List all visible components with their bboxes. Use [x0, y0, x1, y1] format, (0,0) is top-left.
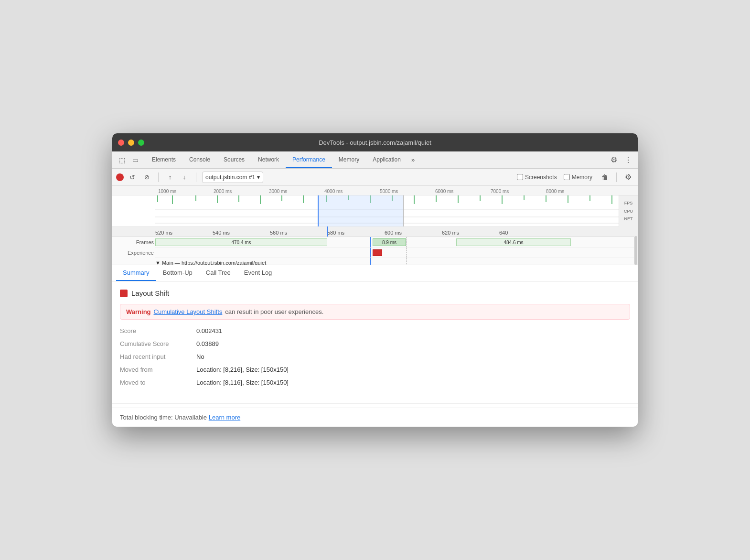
bottom-tab-bar: Summary Bottom-Up Call Tree Event Log: [112, 265, 638, 281]
net-label: NET: [624, 216, 633, 221]
more-tabs[interactable]: »: [407, 151, 418, 168]
dt-tick-520: 520 ms: [155, 230, 172, 236]
score-row: Score 0.002431: [120, 327, 630, 334]
tab-console[interactable]: Console: [182, 151, 217, 168]
score-value: 0.002431: [196, 327, 222, 334]
ruler-tick-3000: 3000 ms: [269, 189, 287, 194]
experience-label: Experience: [115, 250, 154, 256]
tab-network[interactable]: Network: [251, 151, 286, 168]
url-text: output.jsbin.com #1: [205, 174, 255, 181]
score-label: Score: [120, 327, 196, 334]
traffic-lights: [118, 140, 144, 146]
memory-checkbox[interactable]: [564, 174, 570, 180]
ruler-tick-4000: 4000 ms: [324, 189, 343, 194]
cancel-button[interactable]: ⊘: [141, 172, 152, 183]
tab-performance[interactable]: Performance: [286, 151, 332, 168]
timeline-area: 1000 ms 2000 ms 3000 ms 4000 ms 5000 ms …: [112, 186, 638, 265]
tab-call-tree[interactable]: Call Tree: [199, 265, 237, 281]
detail-ruler: 520 ms 540 ms 560 ms 580 ms 600 ms 620 m…: [112, 226, 638, 237]
devtools-window: DevTools - output.jsbin.com/zajamil/quie…: [112, 133, 638, 427]
tab-event-log[interactable]: Event Log: [237, 265, 279, 281]
upload-button[interactable]: ↑: [164, 172, 176, 183]
frames-bar-2: 8.9 ms: [373, 238, 406, 246]
moved-to-label: Moved to: [120, 379, 196, 386]
dropdown-arrow: ▾: [257, 174, 260, 181]
ruler-tick-6000: 6000 ms: [435, 189, 453, 194]
fps-label: FPS: [624, 201, 633, 205]
cumulative-score-value: 0.03889: [196, 340, 219, 347]
screenshots-checkbox[interactable]: [517, 174, 523, 180]
tab-sources[interactable]: Sources: [217, 151, 251, 168]
recent-input-value: No: [196, 353, 204, 360]
perf-settings-icon[interactable]: ⚙: [622, 172, 634, 183]
dt-tick-560: 560 ms: [270, 230, 287, 236]
frames-bar-3: 484.6 ms: [456, 238, 571, 246]
ruler-tick-8000: 8000 ms: [546, 189, 564, 194]
tab-application[interactable]: Application: [366, 151, 407, 168]
dt-tick-600: 600 ms: [385, 230, 402, 236]
mini-timeline[interactable]: FPS CPU NET: [112, 195, 638, 226]
record-button[interactable]: [116, 173, 124, 181]
learn-more-link[interactable]: Learn more: [209, 414, 240, 421]
reload-button[interactable]: ↺: [127, 172, 138, 183]
moved-from-value: Location: [8,216], Size: [150x150]: [196, 366, 289, 373]
dt-tick-640: 640: [499, 230, 508, 236]
detail-timeline: 520 ms 540 ms 560 ms 580 ms 600 ms 620 m…: [112, 226, 638, 265]
window-title: DevTools - output.jsbin.com/zajamil/quie…: [319, 139, 431, 146]
cls-link[interactable]: Cumulative Layout Shifts: [154, 308, 223, 315]
experience-marker: [373, 249, 382, 256]
device-icon[interactable]: ▭: [129, 154, 141, 166]
tab-bar: ⬚ ▭ Elements Console Sources Network Per…: [112, 151, 638, 169]
ruler-tick-2000: 2000 ms: [214, 189, 232, 194]
cumulative-score-label: Cumulative Score: [120, 340, 196, 347]
screenshots-checkbox-label[interactable]: Screenshots: [517, 174, 557, 181]
warning-label: Warning: [126, 308, 151, 315]
title-bar: DevTools - output.jsbin.com/zajamil/quie…: [112, 133, 638, 151]
scrollbar-thumb[interactable]: [634, 236, 637, 265]
minimize-button[interactable]: [128, 140, 134, 146]
recent-input-label: Had recent input: [120, 353, 196, 360]
summary-panel: Layout Shift Warning Cumulative Layout S…: [112, 281, 638, 399]
ruler-tick-5000: 5000 ms: [380, 189, 398, 194]
frames-label: Frames: [115, 239, 154, 245]
tab-elements[interactable]: Elements: [145, 151, 182, 168]
dt-tick-580: 580 ms: [327, 230, 344, 236]
timeline-ruler: 1000 ms 2000 ms 3000 ms 4000 ms 5000 ms …: [112, 186, 638, 195]
cpu-label: CPU: [624, 209, 633, 214]
total-blocking-text: Total blocking time: Unavailable: [120, 414, 207, 421]
memory-checkbox-label[interactable]: Memory: [564, 174, 592, 181]
recent-input-row: Had recent input No: [120, 353, 630, 360]
more-options-icon[interactable]: ⋮: [622, 154, 634, 166]
layout-shift-title: Layout Shift: [120, 289, 630, 297]
frames-row: Frames 470.4 ms 8.9 ms 484.6 ms: [155, 237, 638, 248]
tab-memory[interactable]: Memory: [332, 151, 366, 168]
inspect-icon[interactable]: ⬚: [116, 154, 128, 166]
maximize-button[interactable]: [138, 140, 144, 146]
dt-tick-540: 540 ms: [213, 230, 230, 236]
bottom-panel: Summary Bottom-Up Call Tree Event Log La…: [112, 265, 638, 427]
record-bar: ↺ ⊘ ↑ ↓ output.jsbin.com #1 ▾ Screenshot…: [112, 169, 638, 186]
frames-bar-1: 470.4 ms: [155, 238, 327, 246]
settings-icon[interactable]: ⚙: [608, 154, 620, 166]
ruler-tick-7000: 7000 ms: [491, 189, 509, 194]
experience-row: Experience: [155, 248, 638, 258]
warning-banner: Warning Cumulative Layout Shifts can res…: [120, 304, 630, 320]
warning-message: can result in poor user experiences.: [225, 308, 323, 315]
moved-from-row: Moved from Location: [8,216], Size: [150…: [120, 366, 630, 373]
ruler-tick-1000: 1000 ms: [158, 189, 176, 194]
close-button[interactable]: [118, 140, 124, 146]
main-url: ▼ Main — https://output.jsbin.com/zajami…: [155, 260, 266, 265]
moved-from-label: Moved from: [120, 366, 196, 373]
moved-to-row: Moved to Location: [8,116], Size: [150x1…: [120, 379, 630, 386]
layout-shift-icon: [120, 290, 128, 297]
tab-bottom-up[interactable]: Bottom-Up: [156, 265, 199, 281]
cumulative-score-row: Cumulative Score 0.03889: [120, 340, 630, 347]
clear-button[interactable]: 🗑: [599, 172, 611, 183]
tab-summary[interactable]: Summary: [116, 265, 156, 281]
download-button[interactable]: ↓: [179, 172, 190, 183]
url-select[interactable]: output.jsbin.com #1 ▾: [202, 172, 263, 183]
total-blocking-bar: Total blocking time: Unavailable Learn m…: [112, 408, 638, 427]
dt-tick-620: 620 ms: [442, 230, 459, 236]
timeline-scrollbar[interactable]: [634, 226, 638, 265]
moved-to-value: Location: [8,116], Size: [150x150]: [196, 379, 289, 386]
